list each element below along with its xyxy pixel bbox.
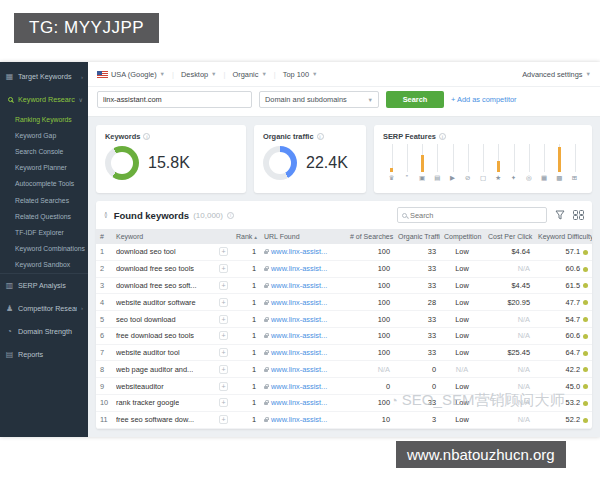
table-row[interactable]: 9 websiteauditor + 1 www.linx-assist... … (96, 378, 592, 395)
table-row[interactable]: 3 download free seo soft... + 1 www.linx… (96, 277, 592, 294)
add-competitor-link[interactable]: + Add as competitor (451, 95, 517, 104)
add-keyword-button[interactable]: + (219, 247, 228, 256)
keywords-value: 15.8K (148, 154, 190, 172)
sidebar-item-reports[interactable]: ▤ Reports (0, 343, 88, 366)
info-icon[interactable]: i (317, 133, 324, 140)
domain-query-input[interactable] (97, 91, 252, 108)
difficulty-value: 42.2 (566, 365, 580, 374)
difficulty-value: 57.1 (566, 247, 580, 256)
found-url-link[interactable]: www.linx-assist... (271, 298, 327, 307)
add-keyword-button[interactable]: + (219, 382, 228, 391)
add-keyword-button[interactable]: + (219, 315, 228, 324)
table-row[interactable]: 2 download free seo tools + 1 www.linx-a… (96, 260, 592, 277)
sitelinks-icon: ▦ (541, 174, 547, 182)
rank-value: 1 (232, 361, 260, 378)
sidebar-item-related-questions[interactable]: Related Questions (0, 208, 88, 224)
difficulty-dot-icon (583, 300, 588, 305)
add-keyword-button[interactable]: + (219, 281, 228, 290)
table-row[interactable]: 11 free seo software dow... + 1 www.linx… (96, 411, 592, 428)
difficulty-dot-icon (583, 367, 588, 372)
found-url-link[interactable]: www.linx-assist... (271, 415, 327, 424)
collapse-icon[interactable]: ∧∨ (104, 212, 108, 219)
keywords-donut (105, 146, 139, 180)
info-icon[interactable]: i (227, 212, 234, 219)
keyword-text: rank tracker google (116, 398, 179, 407)
col-index: # (96, 229, 112, 244)
add-keyword-button[interactable]: + (219, 298, 228, 307)
topbar: USA (Google) ▼ | Desktop ▼ | Organic ▼ |… (88, 62, 600, 87)
target-keywords-icon: ▦ (5, 72, 14, 81)
top-results-selector[interactable]: Top 100 ▼ (283, 70, 318, 79)
col-competition[interactable]: Competition (440, 229, 484, 244)
found-url-link[interactable]: www.linx-assist... (271, 348, 327, 357)
table-row[interactable]: 6 free download seo tools + 1 www.linx-a… (96, 327, 592, 344)
found-url-link[interactable]: www.linx-assist... (271, 315, 327, 324)
found-url-link[interactable]: www.linx-assist... (271, 247, 327, 256)
sidebar-item-autocomplete-tools[interactable]: Autocomplete Tools (0, 176, 88, 192)
cpc-value: N/A (484, 260, 534, 277)
sidebar-item-keyword-research[interactable]: Keyword Research ∨ (0, 88, 88, 111)
found-url-link[interactable]: www.linx-assist... (271, 281, 327, 290)
rank-value: 1 (232, 277, 260, 294)
region-selector[interactable]: USA (Google) ▼ (97, 70, 165, 79)
add-keyword-button[interactable]: + (219, 365, 228, 374)
col-cpc[interactable]: Cost Per Click (484, 229, 534, 244)
rank-value: 1 (232, 378, 260, 395)
sidebar-item-keyword-combinations[interactable]: Keyword Combinations (0, 241, 88, 257)
advanced-settings-button[interactable]: Advanced settings ▼ (522, 70, 591, 79)
sidebar: ▦ Target Keywords › Keyword Research ∨ R… (0, 62, 88, 437)
col-organic-traffic[interactable]: Organic Traffic (394, 229, 440, 244)
col-rank[interactable]: Rank ▴ (232, 229, 260, 244)
traffic-value: 33 (394, 327, 440, 344)
device-selector[interactable]: Desktop ▼ (181, 70, 217, 79)
sidebar-item-keyword-gap[interactable]: Keyword Gap (0, 127, 88, 143)
filter-icon[interactable] (555, 210, 565, 220)
found-url-link[interactable]: www.linx-assist... (271, 365, 327, 374)
sidebar-item-serp-analysis[interactable]: ▥ SERP Analysis (0, 273, 88, 297)
found-url-link[interactable]: www.linx-assist... (271, 331, 327, 340)
difficulty-value: 60.6 (566, 331, 580, 340)
sidebar-nav: ▦ Target Keywords › Keyword Research ∨ R… (0, 65, 88, 366)
search-button[interactable]: Search (386, 91, 444, 108)
sidebar-item-related-searches[interactable]: Related Searches (0, 192, 88, 208)
add-keyword-button[interactable]: + (219, 415, 228, 424)
scope-select[interactable]: Domain and subdomains ▼ (259, 91, 379, 108)
add-keyword-button[interactable]: + (219, 264, 228, 273)
col-searches[interactable]: # of Searches (346, 229, 394, 244)
app-window: ▦ Target Keywords › Keyword Research ∨ R… (0, 62, 600, 437)
table-row[interactable]: 4 website auditor software + 1 www.linx-… (96, 294, 592, 311)
rank-value: 1 (232, 260, 260, 277)
sidebar-item-target-keywords[interactable]: ▦ Target Keywords › (0, 65, 88, 88)
keyword-text: website auditor software (116, 298, 196, 307)
columns-icon[interactable] (573, 210, 584, 220)
sidebar-item-ranking-keywords[interactable]: Ranking Keywords (0, 111, 88, 127)
found-url-link[interactable]: www.linx-assist... (271, 382, 327, 391)
add-keyword-button[interactable]: + (219, 398, 228, 407)
competition-value: Low (440, 294, 484, 311)
col-url-found[interactable]: URL Found (260, 229, 346, 244)
sidebar-item-domain-strength[interactable]: ◔ Domain Strength (0, 320, 88, 343)
result-type-selector[interactable]: Organic ▼ (232, 70, 266, 79)
info-icon[interactable]: i (439, 133, 446, 140)
sidebar-item-tf-idf-explorer[interactable]: TF-IDF Explorer (0, 224, 88, 240)
table-row[interactable]: 1 download seo tool + 1 www.linx-assist.… (96, 244, 592, 260)
found-url-link[interactable]: www.linx-assist... (271, 398, 327, 407)
main-area: USA (Google) ▼ | Desktop ▼ | Organic ▼ |… (88, 62, 600, 437)
table-search-input[interactable] (410, 211, 542, 220)
info-icon[interactable]: i (143, 133, 150, 140)
col-keyword[interactable]: Keyword (112, 229, 232, 244)
found-url-link[interactable]: www.linx-assist... (271, 264, 327, 273)
table-row[interactable]: 8 web page auditor and... + 1 www.linx-a… (96, 361, 592, 378)
table-row[interactable]: 10 rank tracker google + 1 www.linx-assi… (96, 395, 592, 412)
table-row[interactable]: 5 seo tool download + 1 www.linx-assist.… (96, 311, 592, 328)
sidebar-item-keyword-sandbox[interactable]: Keyword Sandbox (0, 257, 88, 273)
sidebar-item-keyword-planner[interactable]: Keyword Planner (0, 160, 88, 176)
sidebar-item-competitor-research[interactable]: ♟ Competitor Research › (0, 297, 88, 320)
sidebar-item-search-console[interactable]: Search Console (0, 143, 88, 159)
col-difficulty[interactable]: Keyword Difficulty (534, 229, 592, 244)
add-keyword-button[interactable]: + (219, 348, 228, 357)
lock-icon (264, 268, 268, 271)
add-keyword-button[interactable]: + (219, 331, 228, 340)
table-row[interactable]: 7 website auditor tool + 1 www.linx-assi… (96, 344, 592, 361)
traffic-value: 33 (394, 244, 440, 260)
